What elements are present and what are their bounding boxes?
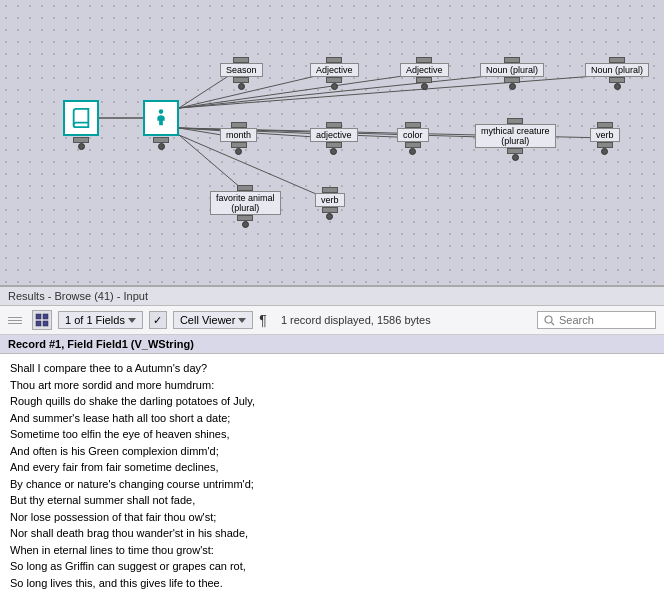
results-header: Results - Browse (41) - Input [0,287,664,306]
content-line: Sometime too elfin the eye of heaven shi… [10,426,654,443]
svg-line-19 [552,322,555,325]
svg-rect-16 [36,321,41,326]
content-line: Thou art more sordid and more humdrum: [10,377,654,394]
favorite-animal-node[interactable]: favorite animal(plural) [210,185,281,228]
content-line: And summer's lease hath all too short a … [10,410,654,427]
check-icon[interactable]: ✓ [149,311,167,329]
adjective1-node[interactable]: Adjective [310,57,359,90]
svg-rect-14 [36,314,41,319]
content-line: By chance or nature's changing course un… [10,476,654,493]
content-line: But thy eternal summer shall not fade, [10,492,654,509]
content-line: When in eternal lines to time thou grow'… [10,542,654,559]
content-line: Shall I compare thee to a Autumn's day? [10,360,654,377]
svg-point-13 [159,109,164,114]
svg-point-18 [545,316,552,323]
season-node[interactable]: Season [220,57,263,90]
color-node[interactable]: color [397,122,429,155]
search-input[interactable] [559,314,649,326]
results-toolbar: 1 of 1 Fields ✓ Cell Viewer ¶ 1 record d… [0,306,664,335]
svg-line-3 [179,75,410,108]
browse-view-icon[interactable] [32,310,52,330]
content-line: Nor shall death brag thou wander'st in h… [10,525,654,542]
format-icon: ¶ [259,312,267,328]
results-panel: Results - Browse (41) - Input 1 of 1 Fie… [0,285,664,593]
record-header: Record #1, Field Field1 (V_WString) [0,335,664,354]
body-icon [150,107,172,129]
adjective3-node[interactable]: adjective [310,122,358,155]
content-line: So long as Griffin can suggest or grapes… [10,558,654,575]
canvas-area[interactable]: Season Adjective Adjective Noun (plural)… [0,0,664,285]
search-icon [544,315,555,326]
search-box[interactable] [537,311,656,329]
verb1-node[interactable]: verb [590,122,620,155]
month-node[interactable]: month [220,122,257,155]
svg-rect-15 [43,314,48,319]
drag-handle [8,317,22,324]
viewer-chevron-icon [238,318,246,323]
cell-viewer-button[interactable]: Cell Viewer [173,311,253,329]
svg-line-8 [179,128,420,138]
content-line: And every fair from fair sometime declin… [10,459,654,476]
content-line: And often is his Green complexion dimm'd… [10,443,654,460]
mythical-creature-node[interactable]: mythical creature(plural) [475,118,556,161]
content-line: So long lives this, and this gives life … [10,575,654,592]
noun-plural1-node[interactable]: Noun (plural) [480,57,544,90]
body-icon-node[interactable] [143,100,179,150]
content-line: Rough quills do shake the darling potato… [10,393,654,410]
book-icon [70,107,92,129]
adjective2-node[interactable]: Adjective [400,57,449,90]
fields-chevron-icon [128,318,136,323]
record-info: 1 record displayed, 1586 bytes [281,314,431,326]
verb2-node[interactable]: verb [315,187,345,220]
book-icon-node[interactable] [63,100,99,150]
noun-plural2-node[interactable]: Noun (plural) [585,57,649,90]
record-content[interactable]: Shall I compare thee to a Autumn's day?T… [0,354,664,593]
content-line: Nor lose possession of that fair thou ow… [10,509,654,526]
svg-rect-17 [43,321,48,326]
fields-button[interactable]: 1 of 1 Fields [58,311,143,329]
